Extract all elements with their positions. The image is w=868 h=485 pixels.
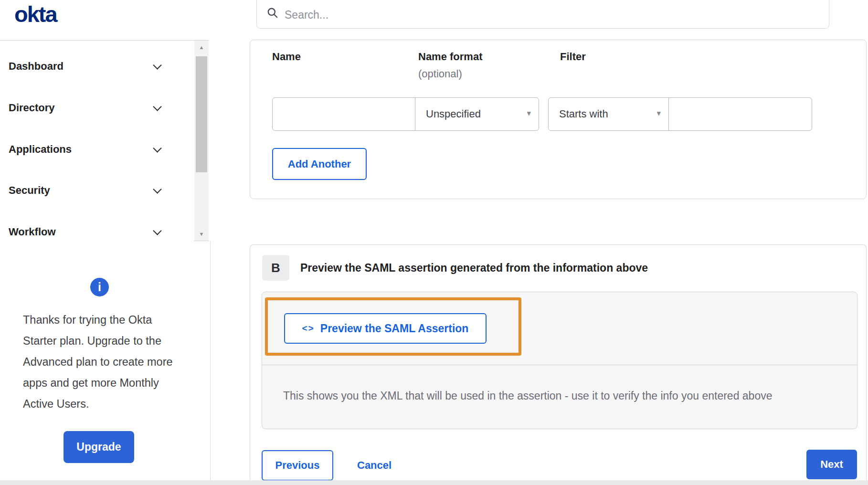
filter-operator-selected-value: Starts with [559, 98, 608, 130]
scrollbar-thumb[interactable] [196, 56, 207, 172]
search-icon [266, 7, 279, 19]
sidebar-item-applications[interactable]: Applications [0, 129, 194, 169]
sidebar-item-dashboard[interactable]: Dashboard [0, 46, 194, 86]
name-format-selected-value: Unspecified [426, 98, 481, 130]
preview-panel: <> Preview the SAML Assertion This shows… [262, 292, 857, 429]
upgrade-message: Thanks for trying the Okta Starter plan.… [23, 309, 183, 414]
next-button[interactable]: Next [806, 450, 857, 479]
viewport-bottom-strip [0, 480, 868, 485]
add-another-button[interactable]: Add Another [272, 148, 367, 180]
chevron-down-icon [153, 185, 161, 193]
chevron-down-icon [153, 61, 161, 69]
filter-value-field [668, 97, 812, 131]
preview-section-heading: Preview the SAML assertion generated fro… [300, 262, 648, 274]
preview-saml-assertion-button[interactable]: <> Preview the SAML Assertion [284, 313, 487, 344]
attribute-statements-card: Name Name format (optional) Filter Unspe… [250, 40, 867, 199]
name-label: Name [272, 51, 301, 63]
code-icon: <> [302, 323, 315, 334]
chevron-down-icon [153, 144, 161, 152]
preview-description: This shows you the XML that will be used… [283, 390, 772, 402]
previous-button[interactable]: Previous [262, 450, 333, 481]
filter-operator-select[interactable]: Starts with ▾ [548, 97, 669, 131]
sidebar-item-security[interactable]: Security [0, 170, 194, 211]
info-icon: i [90, 278, 109, 296]
optional-label: (optional) [418, 68, 462, 80]
step-b-badge: B [262, 255, 289, 281]
scroll-up-icon[interactable]: ▲ [194, 44, 209, 50]
caret-down-icon: ▾ [527, 108, 531, 118]
sidebar-item-directory[interactable]: Directory [0, 88, 194, 128]
sidebar-item-label: Security [9, 184, 50, 197]
preview-panel-top: <> Preview the SAML Assertion [262, 292, 857, 365]
filter-value-input[interactable] [669, 98, 812, 130]
preview-assertion-card: B Preview the SAML assertion generated f… [250, 244, 867, 481]
name-format-select[interactable]: Unspecified ▾ [415, 97, 539, 131]
cancel-link[interactable]: Cancel [357, 450, 392, 481]
name-format-label: Name format [418, 51, 482, 63]
caret-down-icon: ▾ [656, 108, 661, 118]
filter-label: Filter [560, 51, 586, 63]
sidebar-item-label: Directory [9, 102, 55, 114]
search-input[interactable] [285, 6, 810, 23]
preview-button-label: Preview the SAML Assertion [320, 322, 469, 335]
sidebar-item-label: Applications [9, 143, 72, 156]
okta-logo: okta [14, 1, 57, 27]
sidebar-item-label: Workflow [9, 226, 56, 238]
chevron-down-icon [153, 102, 161, 111]
sidebar-item-workflow[interactable]: Workflow [0, 212, 194, 252]
name-input[interactable] [273, 98, 415, 130]
global-search [256, 0, 829, 29]
sidebar-right-divider [210, 241, 211, 485]
sidebar-item-label: Dashboard [9, 60, 64, 73]
chevron-down-icon [153, 226, 161, 235]
upgrade-button[interactable]: Upgrade [64, 431, 134, 463]
sidebar-nav: Dashboard Directory Applications Securit… [0, 40, 209, 241]
sidebar-scrollbar[interactable]: ▲ ▼ [194, 41, 209, 241]
scroll-down-icon[interactable]: ▼ [194, 231, 209, 237]
name-field [272, 97, 415, 131]
